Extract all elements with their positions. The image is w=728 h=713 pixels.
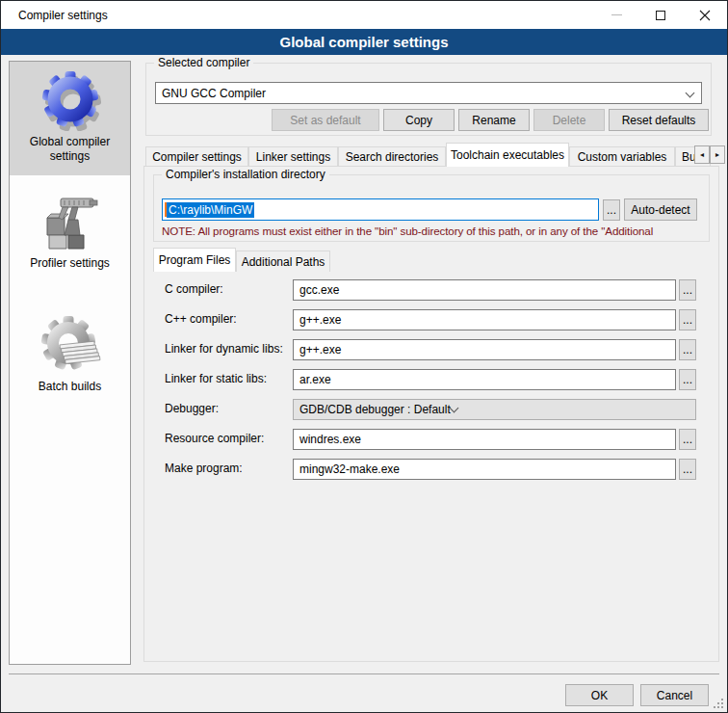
settings-tabbar: Compiler settings Linker settings Search… <box>143 143 719 167</box>
titlebar[interactable]: Compiler settings <box>1 1 727 29</box>
auto-detect-button[interactable]: Auto-detect <box>624 198 697 221</box>
caliper-icon <box>39 191 101 252</box>
compiler-select-value: GNU GCC Compiler <box>162 87 266 100</box>
sidebar-item-label: Batch builds <box>10 380 130 402</box>
tab-linker-settings[interactable]: Linker settings <box>248 146 338 167</box>
footer-divider <box>9 673 719 674</box>
compiler-settings-dialog: Compiler settings Global compiler settin… <box>0 0 728 713</box>
tab-search-directories[interactable]: Search directories <box>338 146 446 167</box>
installation-directory-value: C:\raylib\MinGW <box>167 202 254 218</box>
cpp-compiler-browse-button[interactable]: ... <box>679 309 696 330</box>
gear-blue-icon <box>39 69 101 131</box>
selected-compiler-legend: Selected compiler <box>154 56 253 69</box>
dynamic-linker-input[interactable]: g++.exe <box>293 339 676 360</box>
installation-directory-group: Compiler's installation directory C:\ray… <box>153 174 710 242</box>
tab-custom-variables[interactable]: Custom variables <box>569 146 675 167</box>
tab-scroll-arrows: ◂ ▸ <box>694 145 725 164</box>
tab-toolchain-executables[interactable]: Toolchain executables <box>446 143 569 167</box>
resource-compiler-label: Resource compiler: <box>165 432 264 445</box>
installation-directory-legend: Compiler's installation directory <box>162 168 329 181</box>
installation-directory-input[interactable]: C:\raylib\MinGW <box>162 198 599 221</box>
make-program-label: Make program: <box>165 462 243 475</box>
cpp-compiler-label: C++ compiler: <box>165 312 237 326</box>
cancel-button[interactable]: Cancel <box>640 684 709 706</box>
c-compiler-row: C compiler: gcc.exe ... <box>153 279 710 301</box>
debugger-row: Debugger: GDB/CDB debugger : Default <box>153 399 710 420</box>
chevron-down-icon <box>686 88 695 97</box>
c-compiler-label: C compiler: <box>165 282 223 296</box>
resource-compiler-row: Resource compiler: windres.exe ... <box>153 429 710 450</box>
sidebar-item-batch-builds[interactable]: Batch builds <box>10 306 130 416</box>
tab-scroll-left-button[interactable]: ◂ <box>694 145 710 164</box>
resource-compiler-input[interactable]: windres.exe <box>293 429 676 450</box>
debugger-label: Debugger: <box>165 402 219 415</box>
dynamic-linker-row: Linker for dynamic libs: g++.exe ... <box>153 339 710 360</box>
rename-button[interactable]: Rename <box>458 109 530 131</box>
page-title: Global compiler settings <box>279 34 448 50</box>
browse-directory-button[interactable]: ... <box>603 199 620 221</box>
ok-button[interactable]: OK <box>565 684 634 706</box>
sidebar-item-global-compiler-settings[interactable]: Global compiler settings <box>10 62 130 175</box>
maximize-button[interactable] <box>638 1 683 29</box>
sidebar-item-label: Profiler settings <box>10 256 130 278</box>
sidebar-item-label: Global compiler settings <box>10 135 130 172</box>
close-button[interactable] <box>683 1 727 29</box>
dynamic-linker-browse-button[interactable]: ... <box>679 339 696 360</box>
selected-compiler-group: Selected compiler GNU GCC Compiler Set a… <box>145 63 712 136</box>
tab-additional-paths[interactable]: Additional Paths <box>236 251 330 272</box>
window-title: Compiler settings <box>18 9 108 22</box>
make-program-input[interactable]: mingw32-make.exe <box>293 459 676 480</box>
dynamic-linker-label: Linker for dynamic libs: <box>165 342 283 356</box>
minimize-icon <box>611 14 622 15</box>
static-linker-browse-button[interactable]: ... <box>679 369 696 390</box>
tab-compiler-settings[interactable]: Compiler settings <box>145 146 248 167</box>
resize-grip[interactable] <box>714 699 723 708</box>
static-linker-input[interactable]: ar.exe <box>293 369 676 390</box>
static-linker-label: Linker for static libs: <box>165 372 267 385</box>
c-compiler-input[interactable]: gcc.exe <box>293 279 676 301</box>
compiler-select[interactable]: GNU GCC Compiler <box>155 82 702 104</box>
debugger-select[interactable]: GDB/CDB debugger : Default <box>293 399 696 420</box>
settings-category-sidebar: Global compiler settings <box>9 61 131 665</box>
sidebar-item-profiler-settings[interactable]: Profiler settings <box>10 183 130 291</box>
cpp-compiler-input[interactable]: g++.exe <box>293 309 676 330</box>
copy-button[interactable]: Copy <box>383 109 455 131</box>
make-program-row: Make program: mingw32-make.exe ... <box>153 459 710 480</box>
static-linker-row: Linker for static libs: ar.exe ... <box>153 369 710 390</box>
reset-defaults-button[interactable]: Reset defaults <box>609 109 709 131</box>
dialog-header: Global compiler settings <box>1 29 727 55</box>
debugger-select-value: GDB/CDB debugger : Default <box>299 403 451 416</box>
tab-program-files[interactable]: Program Files <box>153 248 236 272</box>
delete-button[interactable]: Delete <box>533 109 605 131</box>
c-compiler-browse-button[interactable]: ... <box>679 279 696 301</box>
tab-scroll-right-button[interactable]: ▸ <box>710 145 725 164</box>
cpp-compiler-row: C++ compiler: g++.exe ... <box>153 309 710 330</box>
set-as-default-button[interactable]: Set as default <box>272 109 379 131</box>
resource-compiler-browse-button[interactable]: ... <box>679 429 696 450</box>
minimize-button[interactable] <box>594 1 638 29</box>
maximize-icon <box>656 11 665 20</box>
close-icon <box>699 10 711 21</box>
program-files-tabbar: Program Files Additional Paths <box>153 248 710 272</box>
make-program-browse-button[interactable]: ... <box>679 459 696 480</box>
gear-stack-icon <box>39 314 101 376</box>
bin-subdirectory-note: NOTE: All programs must exist either in … <box>162 224 707 237</box>
